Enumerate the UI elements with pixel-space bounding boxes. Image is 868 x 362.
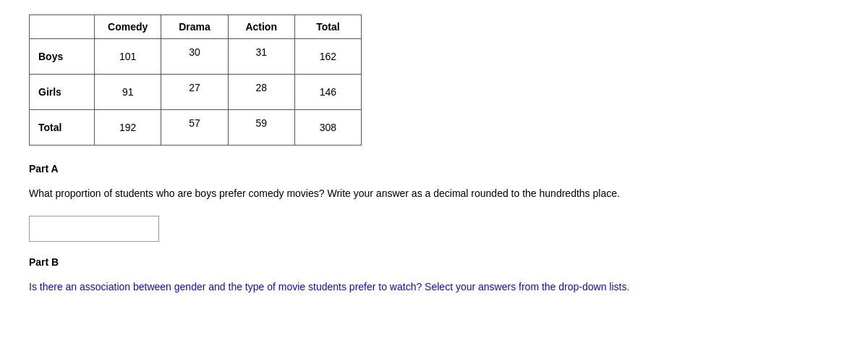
total-drama: 57 (161, 110, 228, 146)
header-comedy: Comedy (95, 15, 161, 39)
boys-action: 31 (228, 39, 294, 75)
part-a-question: What proportion of students who are boys… (29, 186, 839, 201)
part-b-label: Part B (29, 256, 839, 268)
boys-drama: 30 (161, 39, 228, 75)
total-action: 59 (228, 110, 294, 146)
table-row-girls: Girls 91 27 28 146 (30, 75, 362, 110)
answer-input[interactable] (29, 216, 159, 242)
header-drama: Drama (161, 15, 228, 39)
boys-comedy: 101 (95, 39, 161, 75)
row-label-girls: Girls (30, 75, 95, 110)
part-b-question: Is there an association between gender a… (29, 279, 839, 295)
girls-comedy: 91 (95, 75, 161, 110)
row-label-total: Total (30, 110, 95, 146)
header-total: Total (294, 15, 361, 39)
row-label-boys: Boys (30, 39, 95, 75)
header-action: Action (228, 15, 294, 39)
boys-total: 162 (294, 39, 361, 75)
total-comedy: 192 (95, 110, 161, 146)
table-row-total: Total 192 57 59 308 (30, 110, 362, 146)
table-row-boys: Boys 101 30 31 162 (30, 39, 362, 75)
total-total: 308 (294, 110, 361, 146)
girls-total: 146 (294, 75, 361, 110)
girls-action: 28 (228, 75, 294, 110)
part-a-label: Part A (29, 163, 839, 174)
girls-drama: 27 (161, 75, 228, 110)
data-table: Comedy Drama Action Total Boys 101 30 31 (29, 14, 839, 146)
header-blank (30, 15, 95, 39)
